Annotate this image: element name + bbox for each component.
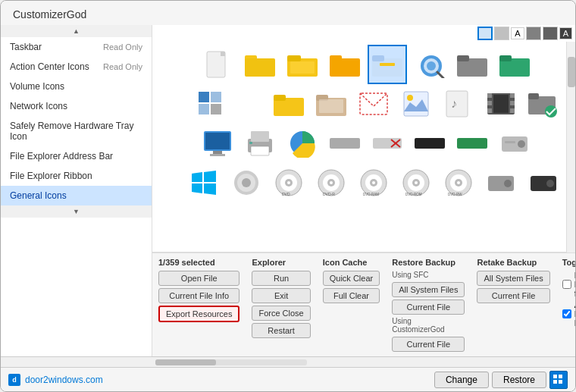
icon-cell-windows[interactable] xyxy=(184,163,224,202)
color-swatch-gray[interactable] xyxy=(494,27,509,40)
restore-all-system-files-button[interactable]: All System Files xyxy=(392,282,465,297)
icon-cell-selected-folder[interactable] xyxy=(368,45,407,84)
horizontal-scrollbar[interactable] xyxy=(1,356,575,367)
icon-cell-gear[interactable] xyxy=(227,163,266,202)
sidebar-item-file-explorer-address[interactable]: File Explorer Address Bar xyxy=(1,146,152,166)
svg-marker-67 xyxy=(204,171,216,182)
icon-cell-red-x[interactable] xyxy=(368,124,407,163)
sidebar-item-taskbar[interactable]: Taskbar Read Only xyxy=(1,37,152,57)
svg-marker-68 xyxy=(192,183,202,193)
color-swatch-light-blue[interactable] xyxy=(477,27,493,40)
restore-cg-current-file-button[interactable]: Current File xyxy=(392,337,465,352)
h-scroll-track[interactable] xyxy=(155,359,307,365)
open-file-button[interactable]: Open File xyxy=(158,271,239,286)
icon-cell-blue-tile[interactable] xyxy=(191,84,230,124)
icon-cell-black-drive[interactable] xyxy=(524,163,563,202)
icon-cell-yellow-folder-2[interactable] xyxy=(283,45,322,84)
icon-grid-scrollbar[interactable] xyxy=(566,42,575,252)
full-clear-button[interactable]: Full Clear xyxy=(323,288,380,303)
restore-current-file-button[interactable]: Current File xyxy=(392,299,465,315)
sidebar-item-safely-remove[interactable]: Safely Remove Hardware Tray Icon xyxy=(1,116,152,146)
icon-cell-dvdr[interactable]: DVD-R xyxy=(311,163,351,202)
explorer-force-close-button[interactable]: Force Close xyxy=(252,306,310,321)
explorer-run-button[interactable]: Run xyxy=(252,271,310,286)
svg-rect-61 xyxy=(415,138,445,149)
sidebar-label-action-center: Action Center Icons xyxy=(10,61,89,72)
svg-rect-32 xyxy=(404,92,428,116)
svg-rect-7 xyxy=(287,55,301,61)
icon-cell-green-bar[interactable] xyxy=(452,124,492,163)
icon-cell-gray-drive-2[interactable] xyxy=(481,163,521,202)
toggle-preview-checkbox[interactable] xyxy=(562,280,571,289)
svg-marker-69 xyxy=(204,183,216,195)
icon-cell-teal-folder[interactable] xyxy=(495,45,534,84)
sidebar-item-general-icons[interactable]: General Icons xyxy=(1,186,152,205)
icon-cell-black-box[interactable] xyxy=(410,124,449,163)
toggle-restart-checkbox[interactable] xyxy=(562,309,571,318)
quick-clear-button[interactable]: Quick Clear xyxy=(323,271,380,286)
svg-point-81 xyxy=(330,181,333,184)
svg-point-99 xyxy=(504,180,512,187)
sidebar-scroll-up[interactable]: ▲ xyxy=(1,25,152,37)
sidebar-item-action-center[interactable]: Action Center Icons Read Only xyxy=(1,57,152,77)
icon-row-1 xyxy=(155,45,563,84)
sidebar-scroll-down[interactable]: ▼ xyxy=(1,205,152,218)
icon-cell-dvdram[interactable]: DVD-RAM xyxy=(354,163,393,202)
svg-point-101 xyxy=(546,180,554,187)
color-swatch-dark-gray[interactable] xyxy=(526,27,541,40)
icon-grid: ♪ xyxy=(152,42,566,252)
sidebar-label-file-explorer-ribbon: File Explorer Ribbon xyxy=(10,171,92,181)
icon-cell-pie-chart[interactable] xyxy=(283,124,322,163)
sidebar-label-network: Network Icons xyxy=(10,101,67,111)
icon-cell-search-folder[interactable] xyxy=(410,45,449,84)
svg-marker-66 xyxy=(192,172,202,182)
icon-grid-topbar: A A xyxy=(152,25,575,42)
explorer-exit-button[interactable]: Exit xyxy=(252,288,310,303)
scrollbar-thumb[interactable] xyxy=(568,57,575,87)
svg-rect-23 xyxy=(211,92,221,102)
svg-rect-39 xyxy=(487,101,492,105)
status-link[interactable]: door2windows.com xyxy=(25,375,103,385)
icon-cell-pictures[interactable] xyxy=(396,84,436,124)
icon-cell-dvdrw[interactable]: DVD-RW xyxy=(439,163,478,202)
svg-rect-30 xyxy=(319,99,343,113)
retake-all-system-files-button[interactable]: All System Files xyxy=(477,271,549,286)
icon-cell-monitor[interactable] xyxy=(198,124,237,163)
svg-rect-42 xyxy=(510,101,515,105)
icon-cell-film[interactable] xyxy=(481,84,521,124)
sidebar-item-file-explorer-ribbon[interactable]: File Explorer Ribbon xyxy=(1,166,152,186)
icon-cell-gray-folder[interactable] xyxy=(452,45,492,84)
icon-cell-yellow-folder-row2[interactable] xyxy=(269,84,308,124)
current-file-info-button[interactable]: Current File Info xyxy=(158,288,239,303)
icon-cell-green-check-folder[interactable] xyxy=(524,84,563,124)
icon-cell-music[interactable]: ♪ xyxy=(439,84,478,124)
export-resources-button[interactable]: Export Resources xyxy=(158,306,239,322)
h-scroll-thumb[interactable] xyxy=(155,359,216,365)
svg-rect-12 xyxy=(372,55,384,61)
icon-cell-yellow-folder-3[interactable] xyxy=(325,45,365,84)
svg-text:DVD-R: DVD-R xyxy=(323,192,335,196)
icon-cell-dvdrom[interactable]: DVD-ROM xyxy=(396,163,436,202)
retake-backup-section: Retake Backup All System Files Current F… xyxy=(477,258,549,352)
sidebar-readonly-action-center: Read Only xyxy=(103,62,142,71)
sidebar-item-network[interactable]: Network Icons xyxy=(1,96,152,116)
sidebar-item-volume[interactable]: Volume Icons xyxy=(1,77,152,96)
explorer-section: Explorer Run Exit Force Close Restart xyxy=(252,258,310,352)
grid-view-button[interactable] xyxy=(549,371,568,389)
icon-cell-yellow-folder[interactable] xyxy=(240,45,280,84)
svg-rect-38 xyxy=(487,93,492,98)
icon-cell-gray-flat[interactable] xyxy=(325,124,365,163)
sidebar-label-volume: Volume Icons xyxy=(10,81,64,92)
icon-cell-gray-drive[interactable] xyxy=(495,124,534,163)
explorer-restart-button[interactable]: Restart xyxy=(252,323,310,338)
color-swatch-darker-gray[interactable] xyxy=(543,27,558,40)
icon-cell-white-file[interactable] xyxy=(198,45,237,84)
toggle-preview: Preview Resources from Backup xyxy=(562,271,575,298)
restore-button[interactable]: Restore xyxy=(492,372,546,388)
change-button[interactable]: Change xyxy=(434,372,489,388)
retake-current-file-button[interactable]: Current File xyxy=(477,288,549,303)
icon-cell-printer[interactable] xyxy=(240,124,280,163)
icon-cell-beige-folder[interactable] xyxy=(311,84,351,124)
icon-cell-envelope[interactable] xyxy=(354,84,393,124)
icon-cell-dvd[interactable]: DVD xyxy=(269,163,308,202)
